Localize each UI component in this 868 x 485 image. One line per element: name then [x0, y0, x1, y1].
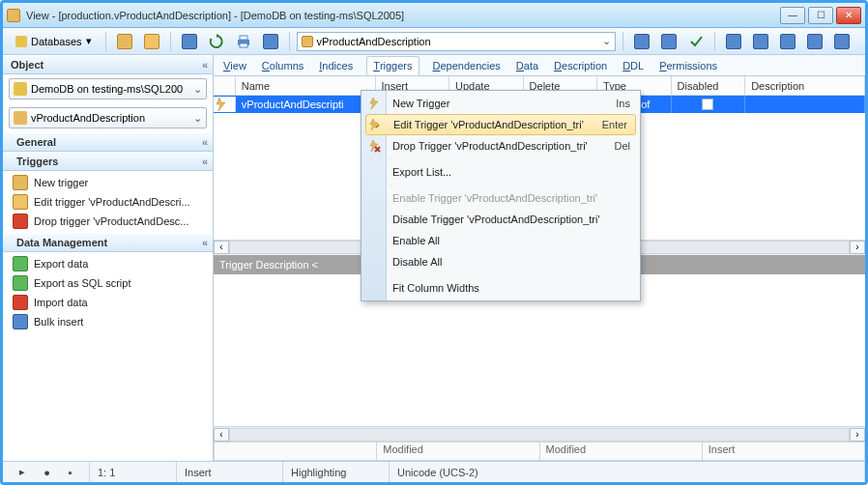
menu-item[interactable]: Edit Trigger 'vProductAndDescription_tri… — [365, 114, 636, 135]
grid-corner — [214, 76, 236, 95]
view-icon — [14, 111, 27, 125]
check-icon — [688, 34, 704, 49]
highlighting-mode[interactable]: Highlighting — [283, 462, 390, 482]
tb-b[interactable] — [749, 32, 772, 51]
menu-item-label: Disable All — [392, 256, 442, 268]
tb-action1[interactable] — [630, 32, 653, 51]
arrow-end-icon[interactable]: ▪ — [69, 467, 72, 478]
table-icon — [661, 34, 677, 49]
view-selector[interactable]: vProductAndDescription ⌄ — [9, 107, 207, 128]
tb-e[interactable] — [830, 32, 854, 51]
options-button[interactable] — [259, 32, 282, 51]
encoding-indicator[interactable]: Unicode (UCS-2) — [390, 462, 865, 482]
menu-item[interactable]: Disable Trigger 'vProductAndDescription_… — [363, 209, 638, 230]
tb-d[interactable] — [803, 32, 826, 51]
lightning-delete-icon — [13, 214, 28, 229]
menu-item[interactable]: New TriggerIns — [363, 93, 638, 114]
general-header[interactable]: General « — [3, 132, 213, 152]
trigger-description-label: Trigger Description < — [219, 259, 318, 271]
column-header-name[interactable]: Name — [236, 76, 376, 95]
tb-action2[interactable] — [657, 32, 680, 51]
tab-view[interactable]: View — [221, 56, 248, 75]
sidebar-item-import-data[interactable]: Import data — [3, 293, 213, 312]
tab-description[interactable]: Description — [552, 56, 609, 75]
tab-permissions[interactable]: Permissions — [657, 56, 719, 75]
sub-icon — [753, 34, 768, 49]
ext2-icon — [807, 34, 823, 49]
menu-item-label: Fit Column Widths — [392, 282, 479, 294]
sidebar-item-label: Export as SQL script — [34, 277, 130, 289]
lightning-edit-icon — [13, 194, 28, 210]
tb-c[interactable] — [776, 32, 799, 51]
sidebar-item-export-data[interactable]: Export data — [3, 254, 213, 273]
menu-item[interactable]: Enable All — [363, 230, 638, 251]
data-mgmt-header[interactable]: Data Management « — [3, 233, 213, 252]
tab-columns[interactable]: Columns — [260, 56, 305, 75]
menu-item[interactable]: Disable All — [363, 251, 638, 272]
cell-description[interactable] — [745, 96, 865, 113]
sidebar-item-new-trigger[interactable]: New trigger — [3, 173, 213, 192]
close-button[interactable]: ✕ — [836, 7, 861, 24]
new-button[interactable] — [113, 32, 136, 51]
menu-separator — [391, 158, 391, 159]
edit-mode[interactable]: Insert — [177, 462, 283, 482]
add-icon — [726, 34, 741, 49]
menu-item[interactable]: Drop Trigger 'vProductAndDescription_tri… — [363, 135, 638, 157]
sidebar-item-drop-trigger[interactable]: Drop trigger 'vProductAndDesc... — [3, 212, 213, 231]
scroll-right-button[interactable]: › — [850, 241, 865, 254]
databases-dropdown[interactable]: Databases ▾ — [9, 32, 99, 51]
scroll-left-button[interactable]: ‹ — [214, 241, 229, 254]
horizontal-scrollbar-2[interactable]: ‹ › — [214, 426, 865, 442]
drop-icon — [367, 139, 381, 153]
sidebar-item-edit-trigger[interactable]: Edit trigger 'vProductAndDescri... — [3, 192, 213, 212]
record-dot-icon[interactable]: ● — [43, 467, 50, 478]
menu-separator — [391, 274, 391, 275]
arrow-left-icon[interactable]: ▸ — [19, 466, 25, 478]
separator — [105, 32, 106, 51]
edit-icon — [367, 118, 381, 131]
menu-item: Enable Trigger 'vProductAndDescription_t… — [363, 187, 638, 209]
menu-item[interactable]: Export List... — [363, 161, 638, 183]
lightning-icon — [214, 97, 229, 112]
db-selector[interactable]: DemoDB on testing-ms\SQL200 ⌄ — [9, 78, 207, 100]
tab-dependencies[interactable]: Dependencies — [431, 56, 503, 75]
stats-button[interactable] — [178, 32, 201, 51]
info-box-4: Insert — [703, 442, 865, 461]
print-button[interactable] — [232, 32, 255, 51]
sidebar-item-bulk-insert[interactable]: Bulk insert — [3, 312, 213, 331]
object-header[interactable]: Object « — [3, 55, 213, 74]
menu-item-accel: Del — [614, 140, 630, 152]
cell-disabled[interactable] — [672, 96, 746, 113]
column-header-disabled[interactable]: Disabled — [672, 76, 746, 95]
triggers-header[interactable]: Triggers « — [3, 152, 213, 171]
refresh-button[interactable] — [205, 32, 228, 51]
separator — [622, 32, 623, 51]
tab-ddl[interactable]: DDL — [621, 56, 646, 75]
cell-name[interactable]: vProductAndDescripti — [236, 96, 376, 113]
tb-a[interactable] — [722, 32, 745, 51]
minimize-button[interactable]: — — [780, 7, 805, 24]
scroll-left-button[interactable]: ‹ — [214, 428, 229, 442]
menu-item-label: Export List... — [392, 166, 451, 178]
window-title: View - [production.vProductAndDescriptio… — [26, 10, 780, 21]
sidebar-item-label: Import data — [34, 297, 88, 308]
tab-triggers[interactable]: Triggers — [366, 56, 419, 75]
menu-item-label: Edit Trigger 'vProductAndDescription_tri… — [393, 119, 584, 130]
edit-button[interactable] — [140, 32, 163, 51]
menu-item[interactable]: Fit Column Widths — [363, 277, 638, 299]
titlebar[interactable]: View - [production.vProductAndDescriptio… — [3, 3, 865, 28]
data-mgmt-actions: Export data Export as SQL script Import … — [3, 252, 213, 333]
tab-bar: ViewColumnsIndicesTriggersDependenciesDa… — [214, 55, 865, 76]
tb-commit[interactable] — [684, 32, 708, 51]
sidebar-item-export-sql[interactable]: Export as SQL script — [3, 273, 213, 293]
tab-data[interactable]: Data — [514, 56, 540, 75]
pager[interactable]: ▸ ● ▪ — [3, 462, 90, 482]
scroll-right-button[interactable]: › — [850, 428, 865, 442]
object-combo[interactable]: vProductAndDescription ⌄ — [297, 32, 616, 51]
status-bar: ▸ ● ▪ 1: 1 Insert Highlighting Unicode (… — [3, 461, 865, 482]
tab-indices[interactable]: Indices — [317, 56, 355, 75]
sidebar-item-label: Edit trigger 'vProductAndDescri... — [34, 196, 190, 208]
column-header-description[interactable]: Description — [745, 76, 865, 95]
scroll-track[interactable] — [229, 428, 850, 442]
maximize-button[interactable]: ☐ — [808, 7, 833, 24]
